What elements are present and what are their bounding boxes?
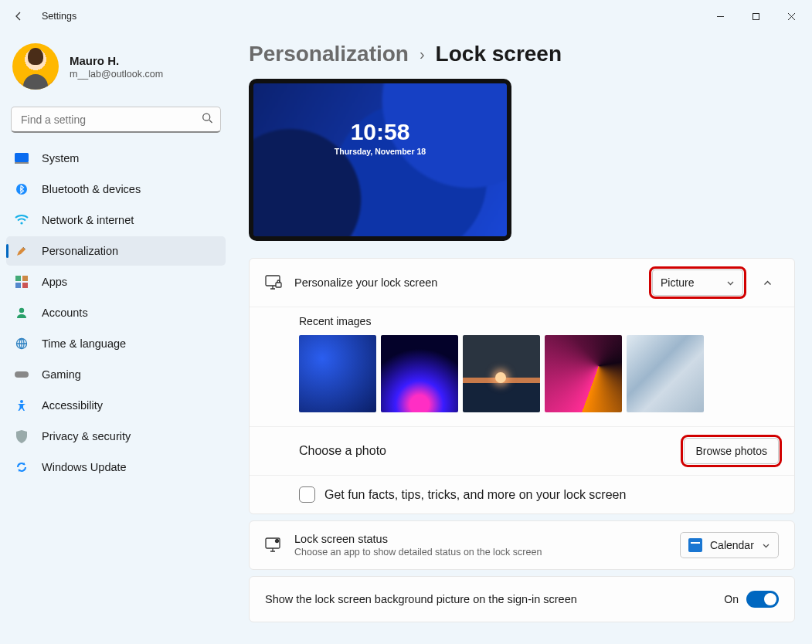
globe-clock-icon <box>14 336 29 351</box>
svg-rect-2 <box>15 153 29 162</box>
svg-rect-6 <box>15 276 21 281</box>
status-app-dropdown[interactable]: Calendar <box>680 532 779 558</box>
status-app-value: Calendar <box>710 539 754 551</box>
sidebar-item-privacy[interactable]: Privacy & security <box>6 422 226 451</box>
minimize-icon <box>716 12 725 21</box>
recent-image-2[interactable] <box>381 335 458 412</box>
background-type-dropdown[interactable]: Picture <box>652 269 743 296</box>
breadcrumb-parent[interactable]: Personalization <box>249 42 409 66</box>
dropdown-value: Picture <box>661 276 695 289</box>
chevron-down-icon <box>762 541 770 550</box>
svg-rect-13 <box>15 371 29 378</box>
recent-image-4[interactable] <box>545 335 622 412</box>
sidebar-item-label: Accessibility <box>42 399 103 412</box>
toggle-state-text: On <box>724 593 739 605</box>
fun-facts-label: Get fun facts, tips, tricks, and more on… <box>324 488 626 502</box>
close-button[interactable] <box>773 2 809 30</box>
sidebar-item-windows-update[interactable]: Windows Update <box>6 452 226 482</box>
sidebar-item-bluetooth[interactable]: Bluetooth & devices <box>6 175 226 204</box>
personalize-title: Personalize your lock screen <box>294 276 640 289</box>
search-icon <box>202 113 213 127</box>
sidebar-item-label: Accounts <box>42 307 88 319</box>
svg-point-18 <box>276 540 279 543</box>
svg-point-1 <box>203 114 210 120</box>
app-title: Settings <box>42 11 76 22</box>
svg-rect-0 <box>753 13 759 19</box>
recent-image-5[interactable] <box>627 335 704 412</box>
shield-icon <box>14 429 29 444</box>
user-email: m__lab@outlook.com <box>70 69 163 80</box>
close-icon <box>787 12 796 21</box>
search-input[interactable] <box>11 107 221 133</box>
calendar-icon <box>688 538 702 552</box>
minimize-button[interactable] <box>702 2 738 30</box>
system-icon <box>14 151 29 166</box>
sidebar-item-label: System <box>42 152 79 164</box>
chevron-up-icon <box>763 278 773 288</box>
svg-rect-7 <box>22 276 28 281</box>
sidebar-item-label: Time & language <box>42 337 126 350</box>
sidebar-item-accounts[interactable]: Accounts <box>6 298 226 327</box>
sidebar-item-label: Personalization <box>42 245 118 257</box>
status-title: Lock screen status <box>294 533 668 545</box>
svg-rect-8 <box>15 283 21 288</box>
svg-point-14 <box>20 400 23 403</box>
sidebar-item-label: Bluetooth & devices <box>42 183 141 195</box>
chevron-right-icon: › <box>420 46 425 63</box>
svg-rect-9 <box>22 283 28 288</box>
sidebar-item-gaming[interactable]: Gaming <box>6 360 226 389</box>
sidebar-item-system[interactable]: System <box>6 144 226 173</box>
monitor-lock-icon <box>265 274 282 291</box>
apps-icon <box>14 274 29 290</box>
sidebar-item-label: Windows Update <box>42 461 127 473</box>
signin-background-toggle[interactable] <box>746 591 779 608</box>
sidebar-item-apps[interactable]: Apps <box>6 267 226 297</box>
arrow-left-icon <box>12 10 25 22</box>
choose-photo-label: Choose a photo <box>299 444 386 458</box>
recent-images-label: Recent images <box>299 315 779 327</box>
lockscreen-preview: 10:58 Thursday, November 18 <box>249 79 511 241</box>
svg-rect-16 <box>276 283 281 287</box>
svg-rect-3 <box>15 162 29 164</box>
sidebar-item-time-language[interactable]: Time & language <box>6 329 226 358</box>
page-title: Lock screen <box>436 42 562 66</box>
paintbrush-icon <box>14 243 29 259</box>
sidebar-item-network[interactable]: Network & internet <box>6 205 226 235</box>
status-subtitle: Choose an app to show detailed status on… <box>294 547 668 558</box>
back-button[interactable] <box>3 1 34 32</box>
sidebar-item-label: Apps <box>42 276 67 288</box>
collapse-section-button[interactable] <box>756 271 779 294</box>
update-icon <box>14 459 29 475</box>
preview-time: 10:58 <box>253 119 507 145</box>
breadcrumb: Personalization › Lock screen <box>249 42 795 66</box>
browse-photos-label: Browse photos <box>695 445 767 457</box>
maximize-button[interactable] <box>738 2 773 30</box>
recent-image-1[interactable] <box>299 335 376 412</box>
fun-facts-checkbox[interactable] <box>299 486 315 503</box>
bluetooth-icon <box>14 181 29 197</box>
sidebar-item-label: Gaming <box>42 368 81 381</box>
sidebar-item-label: Privacy & security <box>42 430 131 442</box>
sidebar-item-accessibility[interactable]: Accessibility <box>6 391 226 420</box>
monitor-badge-icon <box>265 537 282 554</box>
maximize-icon <box>752 12 760 21</box>
gamepad-icon <box>14 367 29 382</box>
accessibility-icon <box>14 398 29 413</box>
svg-point-5 <box>20 222 22 224</box>
person-icon <box>14 305 29 320</box>
browse-photos-button[interactable]: Browse photos <box>684 438 779 464</box>
svg-point-10 <box>19 308 24 313</box>
sidebar-item-label: Network & internet <box>42 214 134 226</box>
avatar[interactable] <box>12 43 59 90</box>
recent-image-3[interactable] <box>463 335 540 412</box>
user-name: Mauro H. <box>70 54 163 67</box>
wifi-icon <box>14 212 29 228</box>
preview-date: Thursday, November 18 <box>253 147 507 156</box>
sidebar-item-personalization[interactable]: Personalization <box>6 236 226 266</box>
signin-background-label: Show the lock screen background picture … <box>265 593 724 605</box>
chevron-down-icon <box>726 279 735 287</box>
